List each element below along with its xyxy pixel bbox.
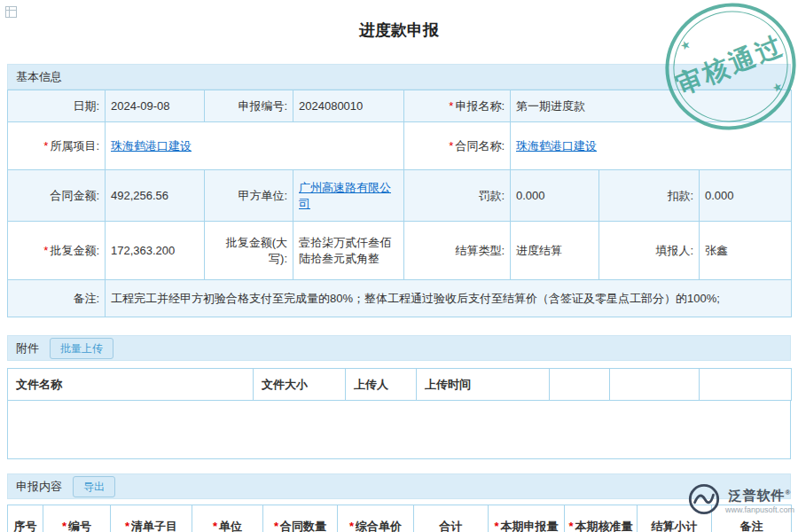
date-label: 日期: (8, 90, 106, 122)
col-unit: *单位 (192, 505, 263, 532)
export-button[interactable]: 导出 (73, 476, 115, 497)
decl-name-label: *申报名称: (404, 90, 511, 122)
col-period-declared: *本期申报量 (489, 505, 565, 532)
date-value: 2024-09-08 (106, 90, 205, 122)
party-a-label: 甲方单位: (205, 170, 293, 222)
project-value: 珠海鹤港口建设 (106, 122, 404, 170)
declaration-table: 序号 *编号 *清单子目 *单位 *合同数量 *综合单价 合计 *本期申报量 *… (7, 505, 792, 532)
required-marker: * (125, 520, 129, 532)
required-marker: * (43, 139, 48, 153)
attachments-title: 附件 (16, 340, 39, 356)
declaration-header-row: 序号 *编号 *清单子目 *单位 *合同数量 *综合单价 合计 *本期申报量 *… (8, 505, 792, 532)
registered-mark: ® (786, 489, 792, 497)
col-contract-qty: *合同数量 (263, 505, 338, 532)
row-remark: 备注: 工程完工并经甲方初验合格支付至完成量的80%；整体工程通过验收后支付至结… (8, 280, 792, 317)
contract-link[interactable]: 珠海鹤港口建设 (516, 139, 597, 153)
declaration-header: 申报内容 导出 (7, 473, 791, 499)
col-unit-price: *综合单价 (338, 505, 414, 532)
deduction-label: 扣款: (599, 170, 700, 222)
fanpu-logo-icon (687, 482, 721, 520)
col-empty (700, 369, 792, 401)
col-code: *编号 (43, 505, 111, 532)
required-marker: * (449, 99, 453, 113)
contract-amount-value: 492,256.56 (106, 170, 205, 222)
attachments-header: 附件 批量上传 (7, 335, 791, 361)
required-marker: * (494, 520, 498, 532)
row-project: *所属项目: 珠海鹤港口建设 *合同名称: 珠海鹤港口建设 (8, 122, 792, 170)
decl-no-value: 2024080010 (293, 90, 404, 122)
batch-upload-button[interactable]: 批量上传 (50, 338, 113, 359)
approved-caps-value: 壹拾柒万贰仟叁佰陆拾叁元贰角整 (293, 222, 404, 280)
brand-text: 泛普软件® www.fanpusoft.com (725, 488, 794, 514)
project-label: *所属项目: (8, 122, 106, 170)
fanpu-brand: 泛普软件® www.fanpusoft.com (687, 482, 794, 520)
col-list-item: *清单子目 (111, 505, 192, 532)
col-period-approved: *本期核准量 (565, 505, 638, 532)
decl-name-value: 第一期进度款 (511, 90, 792, 122)
decl-no-label: 申报编号: (205, 90, 293, 122)
party-a-link[interactable]: 广州高速路有限公司 (299, 181, 391, 210)
settlement-type-label: 结算类型: (404, 222, 511, 280)
brand-name: 泛普软件® (729, 488, 792, 503)
contract-amount-label: 合同金额: (8, 170, 106, 222)
row-amounts: 合同金额: 492,256.56 甲方单位: 广州高速路有限公司 罚款: 0.0… (8, 170, 792, 222)
row-date: 日期: 2024-09-08 申报编号: 2024080010 *申报名称: 第… (8, 90, 792, 122)
col-seq: 序号 (8, 505, 43, 532)
reporter-value: 张鑫 (700, 222, 792, 280)
party-a-value: 广州高速路有限公司 (293, 170, 404, 222)
col-empty (550, 369, 610, 401)
attachments-header-row: 文件名称 文件大小 上传人 上传时间 (8, 369, 792, 401)
required-marker: * (62, 520, 66, 532)
col-file-size: 文件大小 (254, 369, 346, 401)
declaration-title: 申报内容 (16, 479, 62, 495)
basic-info-header: 基本信息 (7, 64, 791, 90)
required-marker: * (43, 244, 48, 257)
penalty-label: 罚款: (404, 170, 511, 222)
basic-info-table: 日期: 2024-09-08 申报编号: 2024080010 *申报名称: 第… (7, 90, 792, 317)
approved-caps-label: 批复金额(大写): (205, 222, 293, 280)
brand-website: www.fanpusoft.com (725, 505, 794, 514)
col-uploader: 上传人 (346, 369, 417, 401)
required-marker: * (449, 139, 453, 153)
contract-label: *合同名称: (404, 122, 511, 170)
project-link[interactable]: 珠海鹤港口建设 (111, 139, 192, 153)
attachments-table: 文件名称 文件大小 上传人 上传时间 (7, 368, 792, 401)
page-title: 进度款申报 (0, 0, 798, 39)
deduction-value: 0.000 (700, 170, 792, 222)
attachments-section: 附件 批量上传 文件名称 文件大小 上传人 上传时间 (7, 335, 791, 459)
penalty-value: 0.000 (511, 170, 599, 222)
approved-amount-label: *批复金额: (8, 222, 106, 280)
app-icon (5, 5, 17, 21)
required-marker: * (349, 520, 354, 532)
basic-info-section: 基本信息 日期: 2024-09-08 申报编号: 2024080010 *申报… (7, 64, 791, 317)
row-approved: *批复金额: 172,363.200 批复金额(大写): 壹拾柒万贰仟叁佰陆拾叁… (8, 222, 792, 280)
settlement-type-value: 进度结算 (511, 222, 599, 280)
reporter-label: 填报人: (599, 222, 700, 280)
required-marker: * (274, 520, 278, 532)
required-marker: * (213, 520, 217, 532)
col-total: 合计 (414, 505, 489, 532)
remark-value: 工程完工并经甲方初验合格支付至完成量的80%；整体工程通过验收后支付至结算价（含… (106, 280, 792, 317)
remark-label: 备注: (8, 280, 106, 317)
contract-value: 珠海鹤港口建设 (511, 122, 792, 170)
progress-payment-declaration-page: 进度款申报 ★ 审核通过 ★ 基本信息 日期: 2024-09-08 申报编号:… (0, 0, 798, 532)
stamp-star-icon: ★ (678, 37, 692, 53)
col-file-name: 文件名称 (8, 369, 254, 401)
approved-amount-value: 172,363.200 (106, 222, 205, 280)
declaration-section: 申报内容 导出 序号 *编号 *清单子目 *单位 *合同数量 *综合单价 合计 … (7, 473, 791, 532)
attachments-empty-body (7, 401, 791, 459)
col-upload-time: 上传时间 (417, 369, 550, 401)
basic-info-title: 基本信息 (16, 69, 62, 85)
col-empty (610, 369, 700, 401)
required-marker: * (568, 520, 573, 532)
